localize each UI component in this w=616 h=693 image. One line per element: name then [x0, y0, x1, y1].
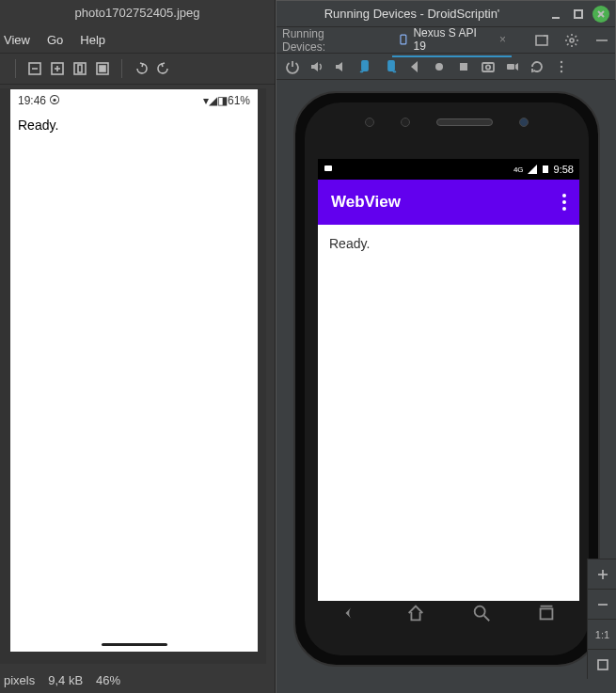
emulator-toolbar [276, 54, 615, 80]
camera-dot [519, 118, 529, 127]
svg-marker-21 [411, 61, 418, 72]
image-viewer-toolbar [0, 53, 275, 85]
emulator-window: Running Devices - DroidScriptin' Running… [276, 0, 616, 693]
svg-point-34 [474, 606, 484, 616]
fit-width-icon[interactable] [72, 61, 87, 76]
record-icon[interactable] [431, 58, 448, 75]
svg-rect-10 [575, 10, 582, 18]
screen-record-icon[interactable] [504, 58, 521, 75]
zoom-out-icon[interactable] [27, 61, 42, 76]
svg-point-30 [561, 70, 562, 71]
phone-screen[interactable]: 4G 9:58 WebView Ready. [318, 159, 579, 601]
volume-down-icon[interactable] [333, 58, 350, 75]
photo-time: 19:46 ⦿ [18, 94, 60, 107]
photo-statusbar: 19:46 ⦿ ▾◢◨61% [10, 89, 258, 112]
nav-back-icon[interactable] [340, 603, 361, 626]
screenshot-icon[interactable] [480, 58, 497, 75]
status-pixels: pixels [4, 673, 35, 687]
phone-frame: 4G 9:58 WebView Ready. [293, 91, 600, 667]
menu-go[interactable]: Go [47, 33, 63, 47]
back-icon[interactable] [406, 58, 423, 75]
phone-sensor-bar [365, 118, 529, 127]
settings-icon[interactable] [564, 33, 579, 48]
hide-icon[interactable] [594, 33, 609, 48]
maximize-button[interactable] [570, 6, 587, 23]
image-viewer-title: photo1702752405.jpeg [0, 0, 275, 26]
svg-point-28 [561, 60, 562, 62]
more-icon[interactable] [553, 58, 570, 75]
status-filesize: 9,4 kB [48, 673, 83, 687]
tabbar-label: Running Devices: [282, 27, 370, 54]
app-content: Ready. [318, 225, 579, 262]
zoom-in-icon[interactable] [50, 61, 65, 76]
svg-rect-41 [598, 660, 608, 669]
image-viewer-menubar: View Go Help [0, 26, 275, 53]
svg-rect-8 [100, 66, 105, 71]
tab-close-icon[interactable]: × [499, 33, 506, 46]
svg-point-29 [561, 65, 562, 67]
device-tab[interactable]: Nexus S API 19 × [392, 24, 512, 57]
close-button[interactable] [592, 6, 609, 23]
device-tabbar: Running Devices: Nexus S API 19 × [276, 27, 615, 54]
svg-rect-33 [543, 165, 548, 173]
rotate-right-icon[interactable] [156, 61, 171, 76]
app-title: WebView [331, 193, 401, 212]
nav-home-icon[interactable] [405, 603, 426, 626]
zoom-fit-button[interactable] [588, 649, 616, 679]
sensor-dot [401, 118, 410, 127]
toolbar-divider [121, 59, 122, 78]
status-zoom: 46% [96, 673, 120, 687]
new-window-icon[interactable] [534, 33, 549, 48]
fit-window-icon[interactable] [95, 61, 110, 76]
svg-point-15 [570, 39, 574, 42]
battery-icon [541, 165, 550, 174]
svg-point-25 [486, 65, 490, 69]
photo-home-indicator [102, 643, 167, 646]
status-time: 9:58 [554, 164, 574, 175]
volume-up-icon[interactable] [308, 58, 325, 75]
zoom-out-button[interactable] [588, 589, 616, 619]
rotate-right-icon[interactable] [382, 58, 399, 75]
status-notification-icon [324, 164, 333, 175]
nav-search-icon[interactable] [471, 603, 492, 626]
device-tab-label: Nexus S API 19 [413, 26, 491, 53]
photo-content-text: Ready. [10, 112, 258, 138]
refresh-icon[interactable] [529, 58, 545, 75]
zoom-actual-button[interactable]: 1:1 [588, 619, 616, 649]
device-area: 4G 9:58 WebView Ready. [276, 80, 616, 693]
svg-point-22 [435, 63, 443, 71]
android-statusbar: 4G 9:58 [318, 159, 579, 180]
image-viewer-window: photo1702752405.jpeg View Go Help 19:4 [0, 0, 276, 693]
zoom-panel: 1:1 [587, 559, 616, 679]
status-network-label: 4G [513, 165, 524, 174]
svg-marker-32 [528, 165, 537, 174]
svg-rect-20 [388, 61, 394, 71]
minimize-button[interactable] [547, 6, 564, 23]
menu-help[interactable]: Help [80, 33, 105, 47]
emulator-title: Running Devices - DroidScriptin' [282, 7, 542, 21]
overflow-menu-icon[interactable] [562, 194, 566, 211]
power-icon[interactable] [284, 58, 301, 75]
menu-view[interactable]: View [4, 33, 30, 47]
rotate-left-icon[interactable] [357, 58, 374, 75]
svg-rect-36 [541, 608, 553, 619]
sensor-dot [365, 118, 374, 127]
svg-rect-24 [482, 63, 494, 71]
signal-icon [528, 165, 537, 174]
rotate-left-icon[interactable] [134, 61, 149, 76]
svg-marker-27 [515, 63, 518, 71]
image-viewer-statusbar: pixels 9,4 kB 46% [0, 667, 275, 693]
phone-speaker [436, 118, 493, 126]
zoom-in-button[interactable] [588, 559, 616, 589]
toolbar-divider [15, 59, 16, 78]
svg-marker-17 [311, 62, 318, 71]
svg-rect-13 [401, 35, 406, 44]
photo-battery: ▾◢◨61% [203, 94, 250, 107]
svg-rect-14 [536, 36, 547, 45]
app-bar: WebView [318, 180, 579, 225]
stop-icon[interactable] [455, 58, 472, 75]
svg-rect-31 [324, 165, 332, 171]
nav-recents-icon[interactable] [536, 603, 557, 626]
phone-icon [398, 34, 409, 45]
image-canvas-area: 19:46 ⦿ ▾◢◨61% Ready. [0, 88, 266, 664]
